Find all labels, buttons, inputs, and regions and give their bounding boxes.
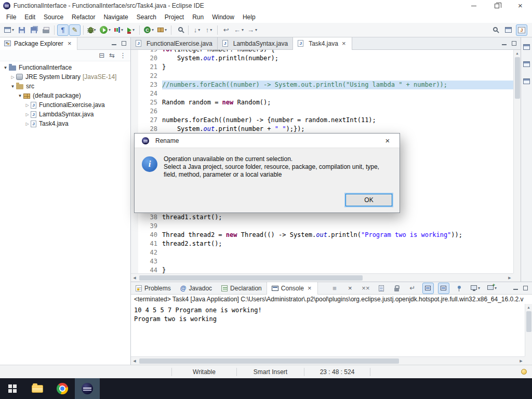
view-menu-icon[interactable]: ⋮ (119, 52, 126, 59)
close-tab-icon[interactable] (341, 39, 347, 47)
java-perspective-button[interactable] (516, 24, 527, 36)
close-view-icon[interactable] (66, 39, 73, 47)
dialog-title-bar[interactable]: Rename (135, 134, 400, 148)
open-perspective-button[interactable] (502, 24, 514, 36)
collapse-arrow-icon[interactable]: ▼ (2, 65, 9, 70)
taskbar-start-button[interactable] (0, 378, 25, 399)
menu-window[interactable]: Window (208, 12, 238, 22)
expand-arrow-icon[interactable]: ▷ (24, 112, 31, 117)
new-wizard-dropdown-icon[interactable]: ▾ (12, 28, 14, 32)
taskbar-file-explorer-button[interactable] (25, 378, 50, 399)
project-tree[interactable]: ▼FunctionalInterface▷JRE System Library[… (0, 61, 130, 128)
view-tab-declaration[interactable]: Declaration (217, 282, 267, 294)
forward-dropdown-icon[interactable]: ▾ (255, 28, 257, 32)
editor-tab-task4-java[interactable]: Task4.java (293, 37, 352, 49)
menu-refactor[interactable]: Refactor (68, 12, 99, 22)
minimize-view-icon[interactable] (112, 41, 116, 46)
editor-tab-functionalexercise-java[interactable]: FunctionalExercise.java (131, 37, 218, 49)
view-tab-problems[interactable]: Problems (131, 282, 176, 294)
display-console-button[interactable]: ▾ (469, 283, 482, 294)
show-stderr-button[interactable] (438, 283, 449, 294)
close-tab-icon[interactable] (307, 284, 313, 292)
collapse-all-icon[interactable]: ⊟ (99, 52, 104, 59)
scrollbar-thumb[interactable] (139, 275, 363, 281)
ok-button[interactable]: OK (345, 194, 392, 206)
mark-occurrences-button[interactable]: ✎ (69, 24, 81, 36)
open-console-button[interactable]: ▾ (486, 283, 498, 294)
minimize-console-icon[interactable] (513, 286, 518, 290)
menu-search[interactable]: Search (132, 12, 161, 22)
debug-button[interactable]: ▾ (86, 24, 98, 36)
task-list-view-button[interactable] (521, 75, 532, 87)
terminate-button[interactable]: ■ (329, 283, 340, 294)
console-output[interactable]: 10 4 5 5 7 Program one is working!Progra… (131, 304, 525, 356)
console-vertical-scrollbar[interactable] (525, 304, 532, 356)
scroll-up-icon[interactable] (515, 50, 519, 56)
external-tools-dropdown-icon[interactable]: ▾ (132, 28, 135, 32)
scrollbar-thumb[interactable] (526, 311, 531, 332)
back-dropdown-icon[interactable]: ▾ (242, 28, 244, 32)
package-explorer-tab[interactable]: Package Explorer (0, 37, 77, 50)
run-dropdown-icon[interactable]: ▾ (109, 28, 111, 32)
search-button[interactable] (489, 24, 500, 36)
new-java-package-button[interactable]: ▾ (156, 24, 168, 36)
menu-run[interactable]: Run (188, 12, 208, 22)
new-java-class-dropdown-icon[interactable]: ▾ (152, 28, 154, 32)
search-flashlight-button[interactable] (174, 24, 185, 36)
editor-vertical-scrollbar[interactable] (513, 50, 521, 273)
coverage-dropdown-icon[interactable]: ▾ (121, 28, 123, 32)
scroll-up-icon[interactable] (527, 304, 530, 310)
scroll-right-icon[interactable] (506, 274, 513, 282)
outline-view-button[interactable] (521, 58, 532, 70)
view-tab-console[interactable]: Console (267, 282, 318, 294)
back-button[interactable]: ←▾ (232, 24, 245, 36)
save-all-button[interactable] (28, 24, 39, 36)
expand-arrow-icon[interactable]: ▷ (9, 75, 16, 79)
save-button[interactable] (16, 24, 28, 36)
minimize-editor-icon[interactable] (502, 41, 507, 46)
maximize-view-icon[interactable] (122, 41, 126, 46)
tree-item-src[interactable]: ▼src (0, 82, 130, 91)
tree-item-task4-java[interactable]: ▷Task4.java (0, 119, 130, 128)
expand-arrow-icon[interactable]: ▷ (24, 103, 31, 108)
scroll-lock-button[interactable] (391, 283, 403, 294)
maximize-console-icon[interactable] (523, 286, 528, 290)
view-tab-javadoc[interactable]: Javadoc (176, 282, 217, 294)
close-window-button[interactable] (509, 0, 532, 11)
restore-window-button[interactable] (485, 0, 509, 11)
tree-item-default-package[interactable]: ▼(default package) (0, 91, 130, 100)
previous-annotation-dropdown-icon[interactable]: ▾ (210, 28, 212, 32)
menu-help[interactable]: Help (238, 12, 260, 22)
tree-item-lambdasyntax-java[interactable]: ▷LambdaSyntax.java (0, 110, 130, 119)
menu-source[interactable]: Source (39, 12, 68, 22)
notification-bulb-icon[interactable] (521, 369, 527, 375)
print-button[interactable] (40, 24, 51, 36)
remove-launch-button[interactable]: × (344, 283, 356, 294)
display-console-dropdown-icon[interactable]: ▾ (478, 286, 480, 290)
scroll-left-icon[interactable] (131, 274, 138, 282)
menu-edit[interactable]: Edit (20, 12, 39, 22)
menu-project[interactable]: Project (161, 12, 188, 22)
next-annotation-dropdown-icon[interactable]: ▾ (198, 28, 200, 32)
link-with-editor-icon[interactable]: ⇆ (109, 52, 115, 59)
scroll-left-icon[interactable] (131, 357, 138, 365)
scrollbar-thumb[interactable] (515, 57, 520, 99)
debug-dropdown-icon[interactable]: ▾ (94, 28, 96, 32)
editor-horizontal-scrollbar[interactable] (131, 273, 513, 282)
coverage-button[interactable]: ▾ (113, 24, 125, 36)
new-java-class-button[interactable]: ▾ (142, 24, 155, 36)
restore-views-button[interactable] (521, 41, 532, 52)
scrollbar-thumb[interactable] (139, 358, 399, 364)
clear-console-button[interactable] (376, 283, 387, 294)
tree-item-functionalinterface[interactable]: ▼FunctionalInterface (0, 63, 130, 72)
tree-item-functionalexercise-java[interactable]: ▷FunctionalExercise.java (0, 100, 130, 110)
previous-annotation-button[interactable]: ↑▾ (203, 24, 215, 36)
dialog-close-button[interactable] (380, 137, 395, 145)
run-button[interactable]: ▾ (98, 24, 112, 36)
menu-navigate[interactable]: Navigate (99, 12, 132, 22)
show-stdout-button[interactable] (422, 283, 434, 294)
maximize-editor-icon[interactable] (512, 41, 516, 46)
new-wizard-button[interactable]: ▾ (3, 24, 16, 36)
word-wrap-button[interactable]: ↵ (407, 283, 418, 294)
collapse-arrow-icon[interactable]: ▼ (17, 94, 23, 98)
